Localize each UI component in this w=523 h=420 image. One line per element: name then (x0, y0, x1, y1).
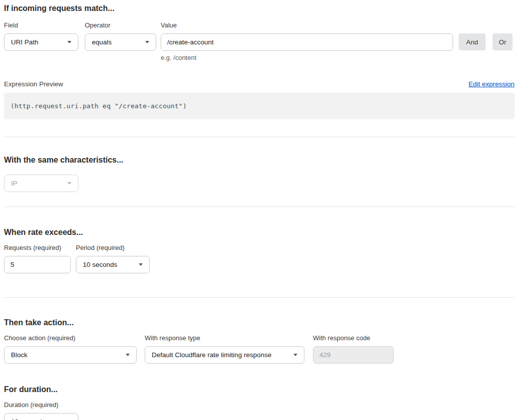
field-group: Field URI Path (4, 21, 78, 51)
expression-preview-code: (http.request.uri.path eq "/create-accou… (4, 93, 515, 119)
period-label: Period (required) (76, 244, 150, 252)
response-code-label: With response code (313, 334, 394, 342)
duration-group: Duration (required) 10 seconds (4, 401, 78, 420)
value-helper-text: e.g. /content (161, 54, 453, 61)
value-group: Value e.g. /content (161, 21, 453, 61)
field-label: Field (4, 21, 78, 29)
operator-select-value: equals (92, 38, 112, 46)
period-select[interactable]: 10 seconds (76, 256, 150, 273)
expression-preview-header: Expression Preview Edit expression (4, 80, 515, 88)
response-type-label: With response type (145, 334, 304, 342)
rate-limiting-rule-form: If incoming requests match... Field URI … (0, 0, 523, 420)
section-divider (4, 207, 515, 207)
period-group: Period (required) 10 seconds (76, 244, 150, 273)
rate-section-heading: When rate exceeds... (4, 227, 515, 237)
characteristic-select: IP (4, 175, 78, 192)
operator-group: Operator equals (85, 21, 156, 51)
action-select[interactable]: Block (4, 346, 137, 364)
requests-label: Requests (required) (4, 244, 71, 252)
value-label: Value (161, 21, 453, 29)
match-expression-row: Field URI Path Operator equals Value e.g… (4, 21, 515, 61)
response-code-input (313, 346, 394, 364)
operator-label: Operator (85, 21, 156, 29)
chevron-down-icon (67, 182, 71, 185)
field-select[interactable]: URI Path (4, 33, 78, 51)
field-select-value: URI Path (11, 38, 38, 46)
action-section-heading: Then take action... (4, 318, 515, 327)
duration-select-value: 10 seconds (11, 418, 45, 420)
and-button[interactable]: And (459, 33, 486, 50)
duration-label: Duration (required) (4, 401, 78, 409)
requests-group: Requests (required) (4, 244, 71, 273)
characteristic-select-value: IP (11, 180, 17, 187)
rate-row: Requests (required) Period (required) 10… (4, 244, 515, 273)
expression-code-text: (http.request.uri.path eq "/create-accou… (10, 102, 187, 110)
section-divider (4, 297, 515, 298)
section-divider (4, 137, 515, 137)
chevron-down-icon (126, 354, 130, 356)
chevron-down-icon (293, 354, 297, 356)
chevron-down-icon (145, 41, 149, 43)
characteristics-section-heading: With the same characteristics... (4, 155, 515, 165)
requests-input[interactable] (4, 256, 71, 273)
response-type-group: With response type Default Cloudflare ra… (145, 334, 304, 364)
action-row: Choose action (required) Block With resp… (4, 334, 515, 364)
match-section-heading: If incoming requests match... (4, 3, 515, 13)
edit-expression-link[interactable]: Edit expression (469, 80, 515, 88)
period-select-value: 10 seconds (83, 261, 117, 268)
value-input[interactable] (161, 33, 453, 51)
choose-action-group: Choose action (required) Block (4, 334, 137, 364)
operator-select[interactable]: equals (85, 33, 156, 51)
chevron-down-icon (139, 263, 143, 266)
or-button[interactable]: Or (493, 33, 513, 50)
chevron-down-icon (67, 41, 71, 43)
response-code-group: With response code (313, 334, 394, 364)
duration-select[interactable]: 10 seconds (4, 413, 78, 420)
response-type-select-value: Default Cloudflare rate limiting respons… (152, 351, 271, 359)
duration-section-heading: For duration... (4, 385, 515, 394)
expression-preview-label: Expression Preview (4, 80, 63, 88)
response-type-select[interactable]: Default Cloudflare rate limiting respons… (145, 346, 304, 364)
action-select-value: Block (11, 351, 27, 359)
choose-action-label: Choose action (required) (4, 334, 137, 342)
